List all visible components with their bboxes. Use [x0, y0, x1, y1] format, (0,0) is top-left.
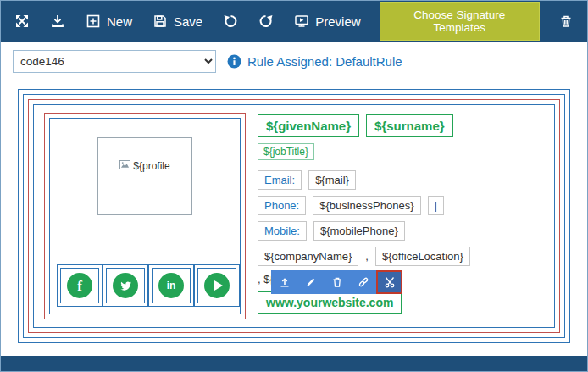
signature-template-select[interactable]: code146 — [13, 50, 216, 73]
delete-element-button[interactable] — [324, 270, 350, 294]
download-button[interactable] — [48, 12, 67, 31]
youtube-icon — [204, 273, 230, 298]
signature-inner-table: ${profile f — [33, 104, 555, 328]
new-plus-square-icon — [86, 14, 101, 29]
mobile-row: Mobile: ${mobilePhone} — [258, 221, 544, 241]
given-name-token[interactable]: ${givenName} — [258, 114, 359, 137]
trash-icon — [331, 276, 343, 288]
redo-button[interactable] — [257, 12, 275, 31]
facebook-icon-cell[interactable]: f — [57, 264, 103, 307]
link-icon — [358, 276, 369, 288]
expand-button[interactable] — [13, 12, 31, 31]
preview-monitor-icon — [294, 14, 309, 29]
twitter-icon-frame — [106, 268, 145, 303]
phone-label[interactable]: Phone: — [258, 196, 306, 215]
profile-image-placeholder[interactable]: ${profile — [97, 137, 192, 215]
truncated-address-row: , ${ — [258, 272, 544, 286]
website-row: www.yourwebsite.com — [258, 291, 544, 314]
phone-row: Phone: ${businessPhones} | — [258, 196, 544, 215]
rule-assigned-text-group: Rule Assigned: DefaultRule — [227, 54, 402, 69]
rule-assigned-label: Rule Assigned: DefaultRule — [247, 54, 402, 69]
expand-arrows-icon — [14, 14, 30, 29]
linkedin-icon-frame: in — [152, 268, 191, 303]
preview-button[interactable]: Preview — [292, 12, 362, 31]
editor-canvas[interactable]: ${profile f — [18, 89, 570, 343]
job-title-row: ${jobTitle} — [258, 143, 544, 160]
linkedin-icon-cell[interactable]: in — [148, 264, 194, 307]
signature-outer-table: ${profile f — [23, 94, 565, 338]
mobile-phone-token[interactable]: ${mobilePhone} — [313, 221, 405, 241]
surname-token[interactable]: ${surname} — [366, 114, 453, 137]
choose-signature-templates-button[interactable]: Choose Signature Templates — [380, 2, 540, 41]
broken-image-icon — [119, 160, 130, 169]
upload-button[interactable] — [271, 270, 297, 294]
company-row: ${companyName} , ${officeLocation} — [258, 247, 544, 266]
office-location-token[interactable]: ${officeLocation} — [375, 247, 470, 266]
element-toolbar — [271, 270, 402, 294]
facebook-icon: f — [67, 273, 92, 298]
delete-button[interactable] — [557, 12, 575, 31]
save-button-label: Save — [174, 14, 202, 29]
signature-left-column-inner: ${profile f — [49, 118, 241, 314]
twitter-icon-cell[interactable] — [103, 264, 148, 307]
separator-token[interactable]: | — [428, 196, 444, 215]
new-button-label: New — [107, 14, 132, 29]
linkedin-icon: in — [158, 273, 184, 298]
redo-icon — [258, 14, 274, 29]
signature-mid-table: ${profile f — [28, 99, 560, 333]
upload-icon — [279, 276, 291, 288]
facebook-icon-frame: f — [60, 268, 99, 303]
top-toolbar: New Save — [1, 1, 587, 42]
cut-button[interactable] — [376, 270, 402, 294]
company-name-token[interactable]: ${companyName} — [258, 247, 358, 266]
signature-right-column: ${givenName} ${surname} ${jobTitle} Emai… — [258, 113, 544, 319]
youtube-icon-frame — [197, 268, 236, 303]
preview-button-label: Preview — [315, 14, 360, 29]
youtube-play-glyph — [214, 280, 223, 291]
bottom-status-bar — [1, 356, 587, 371]
edit-icon — [305, 276, 317, 288]
info-icon — [227, 54, 241, 69]
job-title-token[interactable]: ${jobTitle} — [258, 143, 314, 160]
email-row: Email: ${mail} — [258, 170, 544, 190]
signature-left-column: ${profile f — [44, 113, 246, 319]
mobile-label[interactable]: Mobile: — [258, 221, 307, 241]
email-label[interactable]: Email: — [258, 170, 302, 190]
comma-text: , — [365, 250, 369, 263]
social-icons-row: f — [55, 264, 235, 307]
save-floppy-icon — [153, 14, 168, 29]
trash-icon — [558, 14, 574, 29]
mail-token[interactable]: ${mail} — [308, 170, 356, 190]
save-button[interactable]: Save — [151, 12, 204, 31]
website-token[interactable]: www.yourwebsite.com — [258, 291, 402, 314]
linkedin-glyph: in — [167, 280, 176, 291]
business-phones-token[interactable]: ${businessPhones} — [313, 196, 420, 215]
undo-button[interactable] — [221, 12, 240, 31]
name-row: ${givenName} ${surname} — [258, 114, 544, 137]
signature-editor-window: { "toolbar": { "new": "New", "save": "Sa… — [0, 0, 588, 372]
edit-button[interactable] — [297, 270, 324, 294]
twitter-icon — [113, 273, 138, 298]
cut-icon — [384, 276, 396, 288]
youtube-icon-cell[interactable] — [194, 264, 240, 307]
rule-bar: code146 Rule Assigned: DefaultRule — [1, 42, 587, 81]
new-button[interactable]: New — [84, 12, 134, 31]
download-icon — [50, 14, 65, 29]
link-button[interactable] — [350, 270, 376, 294]
undo-icon — [223, 14, 238, 29]
profile-placeholder-text: ${profile — [133, 160, 169, 172]
facebook-glyph: f — [77, 279, 82, 293]
